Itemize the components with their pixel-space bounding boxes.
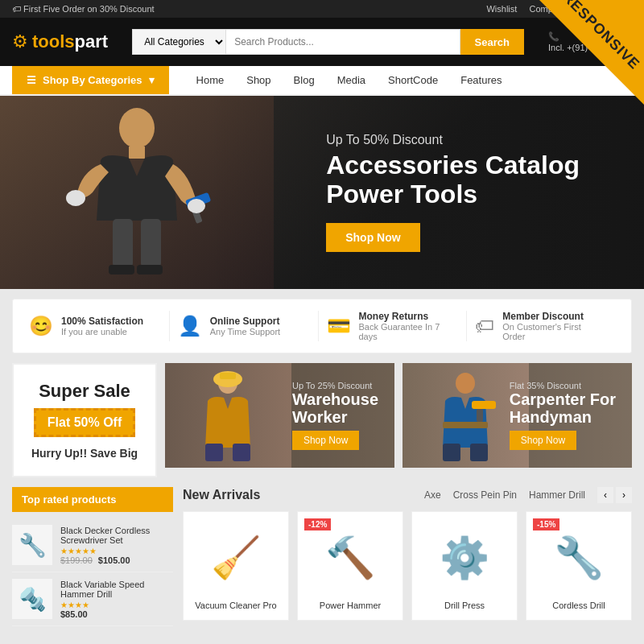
product-card-0[interactable]: 🧹 Vacuum Cleaner Pro	[183, 511, 289, 621]
returns-icon: 💳	[327, 315, 351, 337]
svg-rect-19	[472, 401, 496, 409]
tab-cross-pein[interactable]: Cross Pein Pin	[453, 489, 517, 501]
search-bar: All Categories Search	[132, 29, 524, 55]
hero-title: Accessories Catalog Power Tools	[326, 151, 580, 208]
nav-shortcode[interactable]: ShortCode	[377, 66, 449, 94]
new-arrivals: New Arrivals Axe Cross Pein Pin Hammer D…	[183, 487, 632, 626]
promo-text: 🏷 First Five Order on 30% Discount	[12, 4, 155, 14]
feature-discount-desc: On Customer's First Order	[502, 322, 603, 341]
warehouse-banner[interactable]: Up To 25% Discount Warehouse Worker Shop…	[165, 363, 394, 468]
hero-title-line2: Power Tools	[326, 180, 580, 208]
product-1-img: 🔨	[308, 522, 393, 594]
carpenter-promo-text: Flat 35% Discount Carpenter For Handyman…	[510, 381, 616, 450]
hero-cta-button[interactable]: Shop Now	[326, 223, 419, 252]
svg-rect-18	[443, 422, 488, 428]
wishlist-link[interactable]: Wishlist	[486, 4, 517, 14]
svg-rect-12	[220, 373, 236, 379]
feature-support: 👤 Online Support Any Time Support	[178, 311, 319, 341]
svg-rect-1	[129, 147, 145, 159]
top-rated-header: Top rated products	[12, 487, 173, 512]
satisfaction-icon: 😊	[29, 315, 53, 337]
arrivals-next-button[interactable]: ›	[616, 487, 632, 503]
search-button[interactable]: Search	[460, 29, 524, 55]
super-sale-banner: Super Sale Flat 50% Off Hurry Up!! Save …	[12, 363, 157, 477]
rated-item-1[interactable]: 🔩 Black Variable Speed Hammer Drill ★★★★…	[12, 572, 173, 626]
category-select[interactable]: All Categories	[132, 29, 225, 55]
carpenter-banner-bg: Flat 35% Discount Carpenter For Handyman…	[402, 363, 632, 468]
feature-returns: 💳 Money Returns Back Guarantee In 7 days	[327, 311, 468, 341]
feature-discount-title: Member Discount	[502, 311, 603, 322]
svg-rect-16	[443, 444, 460, 461]
product-3-img: 🔧	[536, 522, 621, 594]
tab-axe[interactable]: Axe	[424, 489, 441, 501]
svg-rect-14	[233, 444, 250, 461]
cordless-drill-icon: 🔧	[554, 535, 604, 581]
feature-support-desc: Any Time Support	[210, 327, 280, 336]
nav-blog[interactable]: Blog	[283, 66, 326, 94]
warehouse-title: Warehouse Worker	[292, 390, 378, 426]
rated-item-1-stars: ★★★★	[60, 601, 173, 609]
chevron-down-icon: ▾	[149, 74, 155, 86]
svg-rect-17	[470, 444, 488, 461]
feature-support-title: Online Support	[210, 316, 280, 327]
shop-by-cat-label: Shop By Categories	[43, 74, 142, 86]
nav-home[interactable]: Home	[185, 66, 236, 94]
shop-by-categories[interactable]: ☰ Shop By Categories ▾	[12, 66, 169, 94]
top-rated-products: Top rated products 🔧 Black Decker Cordle…	[12, 487, 173, 626]
arrivals-title: New Arrivals	[183, 488, 260, 502]
vacuum-icon: 🧹	[211, 535, 261, 581]
arrivals-header: New Arrivals Axe Cross Pein Pin Hammer D…	[183, 487, 632, 503]
logo-part: part	[75, 31, 109, 52]
rated-item-0[interactable]: 🔧 Black Decker Cordless Screwdriver Set …	[12, 518, 173, 572]
rated-item-1-price: $85.00	[60, 609, 173, 619]
carpenter-cta-button[interactable]: Shop Now	[510, 431, 576, 450]
banners-row: Super Sale Flat 50% Off Hurry Up!! Save …	[0, 363, 644, 487]
hero-section: Up To 50% Discount Accessories Catalog P…	[0, 96, 644, 289]
hero-content: Up To 50% Discount Accessories Catalog P…	[326, 133, 580, 251]
logo[interactable]: ⚙ toolspart	[12, 31, 108, 52]
hamburger-icon: ☰	[27, 74, 36, 86]
nav-shop[interactable]: Shop	[235, 66, 282, 94]
worker-svg	[56, 100, 217, 285]
search-input[interactable]	[225, 29, 460, 55]
nav-features[interactable]: Features	[449, 66, 513, 94]
carpenter-banner[interactable]: Flat 35% Discount Carpenter For Handyman…	[402, 363, 632, 468]
arrivals-prev-button[interactable]: ‹	[597, 487, 613, 503]
header: ⚙ toolspart All Categories Search 📞 Incl…	[0, 18, 644, 66]
nav-media[interactable]: Media	[326, 66, 377, 94]
svg-point-15	[456, 373, 475, 394]
svg-rect-9	[137, 265, 163, 275]
svg-rect-8	[109, 265, 134, 275]
svg-point-5	[188, 199, 205, 213]
product-card-3[interactable]: -15% 🔧 Cordless Drill	[526, 511, 632, 621]
product-3-badge: -15%	[533, 518, 559, 530]
feature-satisfaction: 😊 100% Satisfaction If you are unable	[29, 311, 170, 341]
rated-item-1-new-price: $85.00	[60, 609, 88, 619]
drill-press-icon: ⚙️	[440, 535, 489, 581]
svg-rect-20	[477, 409, 483, 422]
rated-item-0-img: 🔧	[12, 525, 52, 565]
product-card-1[interactable]: -12% 🔨 Power Hammer	[297, 511, 403, 621]
product-card-2[interactable]: ⚙️ Drill Press	[411, 511, 518, 621]
products-section: Top rated products 🔧 Black Decker Cordle…	[0, 487, 644, 636]
rated-item-0-price: $199.00 $105.00	[60, 555, 173, 565]
feature-discount: 🏷 Member Discount On Customer's First Or…	[475, 311, 615, 341]
rated-item-1-info: Black Variable Speed Hammer Drill ★★★★ $…	[60, 580, 173, 619]
product-2-img: ⚙️	[422, 522, 507, 594]
carpenter-subtitle: Flat 35% Discount	[510, 381, 616, 390]
svg-rect-7	[141, 219, 161, 267]
logo-tools: tools	[32, 31, 75, 52]
carpenter-title: Carpenter For Handyman	[510, 390, 616, 426]
warehouse-cta-button[interactable]: Shop Now	[292, 431, 359, 450]
rated-item-1-img: 🔩	[12, 579, 52, 619]
nav-bar: ☰ Shop By Categories ▾ Home Shop Blog Me…	[0, 66, 644, 96]
hammer-drill-icon: 🔩	[19, 586, 47, 613]
sale-title: Super Sale	[39, 381, 130, 402]
tab-hammer-drill[interactable]: Hammer Drill	[529, 489, 585, 501]
warehouse-banner-bg: Up To 25% Discount Warehouse Worker Shop…	[165, 363, 394, 468]
rated-item-1-name: Black Variable Speed Hammer Drill	[60, 580, 173, 599]
feature-returns-title: Money Returns	[359, 311, 455, 322]
screwdriver-icon: 🔧	[19, 532, 47, 559]
hammer-icon: 🔨	[325, 535, 375, 581]
feature-satisfaction-desc: If you are unable	[61, 327, 143, 336]
